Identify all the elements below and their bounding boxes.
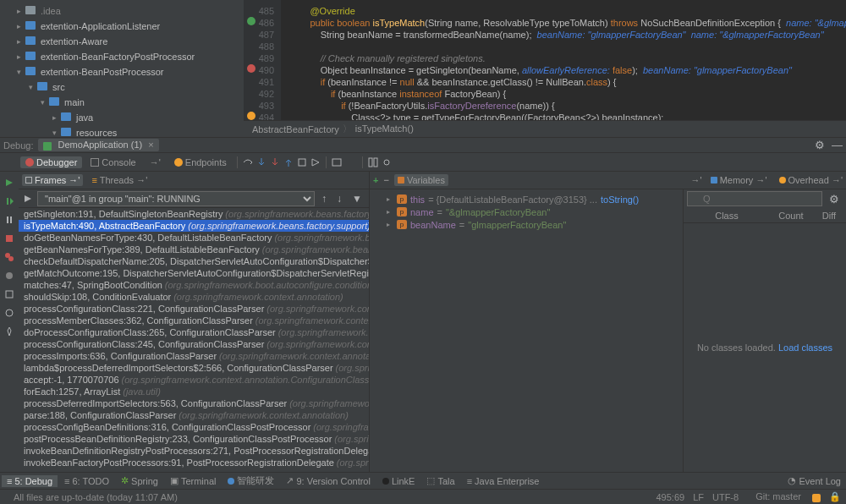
breadcrumb-method[interactable]: isTypeMatch()	[339, 123, 414, 135]
stack-frame[interactable]: doProcessConfigurationClass:265, Configu…	[19, 326, 369, 338]
stack-frame[interactable]: shouldSkip:108, ConditionEvaluator (org.…	[19, 291, 369, 303]
step-into-icon[interactable]	[256, 157, 266, 167]
tab-linke[interactable]: LinkE	[377, 475, 420, 487]
tab-threads[interactable]: ≡ Threads →'	[88, 174, 151, 186]
tab-debugger[interactable]: Debugger	[20, 156, 82, 168]
stack-frame[interactable]: invokeBeanDefinitionRegistryPostProcesso…	[19, 445, 369, 457]
col-class[interactable]: Class	[684, 211, 770, 221]
status-encoding[interactable]: UTF-8	[712, 492, 739, 502]
run-to-cursor-icon[interactable]	[310, 157, 321, 167]
stack-frame[interactable]: doGetBeanNamesForType:430, DefaultListab…	[19, 232, 369, 244]
tree-item[interactable]: ▸java	[0, 110, 244, 125]
tab-spring[interactable]: ✲ Spring	[116, 474, 163, 487]
tab-zhineng[interactable]: 智能研发	[222, 474, 279, 488]
stack-frame[interactable]: processDeferredImportSelectors:563, Conf…	[19, 397, 369, 409]
tab-java-enterprise[interactable]: ≡ Java Enterprise	[462, 475, 545, 487]
drop-frame-icon[interactable]	[297, 157, 307, 167]
stack-frame[interactable]: processConfigBeanDefinitions:316, Config…	[19, 421, 369, 433]
force-step-into-icon[interactable]	[270, 157, 280, 167]
remove-watch-icon[interactable]: −	[383, 175, 388, 185]
stack-frame[interactable]: invokeBeanFactoryPostProcessors:91, Post…	[19, 457, 369, 468]
stop-icon[interactable]	[3, 233, 15, 244]
rerun-icon[interactable]	[3, 177, 15, 189]
tree-item[interactable]: ▸extention-BeanFactoryPostProcessor	[0, 49, 244, 64]
run-config-tab[interactable]: DemoApplication (1) ×	[38, 139, 158, 151]
step-out-icon[interactable]	[283, 157, 294, 167]
call-stack[interactable]: getSingleton:191, DefaultSingletonBeanRe…	[19, 208, 369, 472]
breadcrumb-class[interactable]: AbstractBeanFactory	[252, 124, 339, 134]
stack-frame[interactable]: checkDefaultDispatcherName:205, Dispatch…	[19, 255, 369, 267]
variable-row[interactable]: ▸p beanName = "glmapperFactoryBean"	[373, 218, 683, 231]
mute-breakpoints-icon[interactable]	[3, 270, 15, 282]
stack-frame[interactable]: getSingleton:191, DefaultSingletonBeanRe…	[19, 208, 369, 220]
stack-frame[interactable]: processConfigurationClass:221, Configura…	[19, 303, 369, 315]
settings2-icon[interactable]	[382, 157, 392, 167]
minimize-icon[interactable]: —	[828, 139, 846, 151]
stack-frame[interactable]: processConfigurationClass:245, Configura…	[19, 338, 369, 350]
stack-frame[interactable]: accept:-1, 1770070706 (org.springframewo…	[19, 374, 369, 386]
stack-frame[interactable]: parse:188, ConfigurationClassParser (org…	[19, 409, 369, 421]
thread-dropdown[interactable]: "main"@1 in group "main": RUNNING	[37, 191, 315, 206]
stack-frame[interactable]: isTypeMatch:490, AbstractBeanFactory (or…	[19, 220, 369, 232]
memory-tab[interactable]: Memory →'	[707, 174, 771, 186]
pin-vars-icon[interactable]: →'	[691, 175, 702, 185]
get-thread-dump-icon[interactable]	[3, 288, 15, 300]
filter-icon[interactable]: ▼	[349, 193, 365, 205]
navigate-icon[interactable]	[22, 193, 34, 205]
col-count[interactable]: Count	[770, 211, 812, 221]
tab-debug-bottom[interactable]: ≡ 5: Debug	[2, 475, 58, 487]
tree-item[interactable]: ▸.idea	[0, 3, 244, 19]
tab-terminal[interactable]: ▣ Terminal	[165, 474, 222, 487]
tree-item[interactable]: ▾extention-BeanPostProcessor	[0, 64, 244, 79]
variable-row[interactable]: ▸p name = "&glmapperFactoryBean"	[373, 205, 683, 218]
tree-item[interactable]: ▸extention-ApplicationListener	[0, 19, 244, 34]
tab-todo[interactable]: ≡ 6: TODO	[59, 475, 114, 487]
view-breakpoints-icon[interactable]	[3, 251, 15, 263]
stack-frame[interactable]: lambda$processDeferredImportSelectors$2:…	[19, 362, 369, 374]
stack-frame[interactable]: getBeanNamesForType:389, DefaultListable…	[19, 244, 369, 255]
load-classes-link[interactable]: Load classes	[778, 342, 832, 353]
memory-search-input[interactable]	[687, 191, 822, 206]
settings-icon[interactable]: ⚙	[811, 139, 828, 151]
overhead-tab[interactable]: Overhead →'	[776, 174, 846, 186]
stack-frame[interactable]: processImports:636, ConfigurationClassPa…	[19, 350, 369, 362]
variables-list[interactable]: ▸p this = {DefaultListableBeanFactory@31…	[370, 189, 683, 472]
tab-endpoints[interactable]: Endpoints	[169, 156, 232, 168]
tree-item[interactable]: ▾main	[0, 95, 244, 110]
settings3-icon[interactable]	[3, 307, 15, 319]
variable-row[interactable]: ▸p this = {DefaultListableBeanFactory@31…	[373, 193, 683, 205]
status-caret-pos[interactable]: 495:69	[656, 492, 684, 502]
project-tree[interactable]: ▸.idea▸extention-ApplicationListener▸ext…	[0, 0, 244, 137]
prev-frame-icon[interactable]: ↑	[318, 193, 330, 205]
stack-frame[interactable]: forEach:1257, ArrayList (java.util)	[19, 386, 369, 397]
resume-icon[interactable]	[3, 195, 15, 207]
tab-frames[interactable]: Frames →'	[22, 174, 83, 186]
add-watch-icon[interactable]: +	[373, 175, 378, 185]
status-git[interactable]: Git: master	[747, 491, 821, 501]
col-diff[interactable]: Diff	[812, 211, 846, 221]
status-lock-icon[interactable]: 🔒	[829, 491, 841, 502]
tree-item[interactable]: ▾resources	[0, 125, 244, 137]
source-code[interactable]: @Override public boolean isTypeMatch(Str…	[281, 0, 846, 120]
stack-frame[interactable]: matches:47, SpringBootCondition (org.spr…	[19, 279, 369, 291]
close-icon[interactable]: ×	[148, 140, 153, 150]
tree-item[interactable]: ▾src	[0, 79, 244, 95]
pin-icon[interactable]	[3, 326, 15, 337]
tab-console[interactable]: Console	[85, 156, 140, 168]
memory-settings-icon[interactable]: ⚙	[826, 193, 843, 205]
layout-icon[interactable]	[368, 157, 378, 167]
stack-frame[interactable]: processMemberClasses:362, ConfigurationC…	[19, 315, 369, 326]
tab-tala[interactable]: ⬚ Tala	[421, 474, 459, 487]
stack-frame[interactable]: postProcessBeanDefinitionRegistry:233, C…	[19, 433, 369, 445]
tab-vcs[interactable]: ↗ 9: Version Control	[281, 474, 375, 487]
status-line-ending[interactable]: LF	[693, 492, 704, 502]
tree-item[interactable]: ▸extention-Aware	[0, 34, 244, 49]
tab-event-log[interactable]: ◔ Event Log	[783, 474, 846, 487]
evaluate-icon[interactable]	[332, 157, 342, 167]
variables-tab[interactable]: Variables	[394, 174, 448, 186]
step-over-icon[interactable]	[243, 157, 253, 167]
stack-frame[interactable]: getMatchOutcome:195, DispatcherServletAu…	[19, 267, 369, 279]
pause-icon[interactable]	[3, 214, 15, 226]
editor-breadcrumb[interactable]: AbstractBeanFactory isTypeMatch()	[244, 120, 846, 137]
next-frame-icon[interactable]: ↓	[333, 193, 345, 205]
